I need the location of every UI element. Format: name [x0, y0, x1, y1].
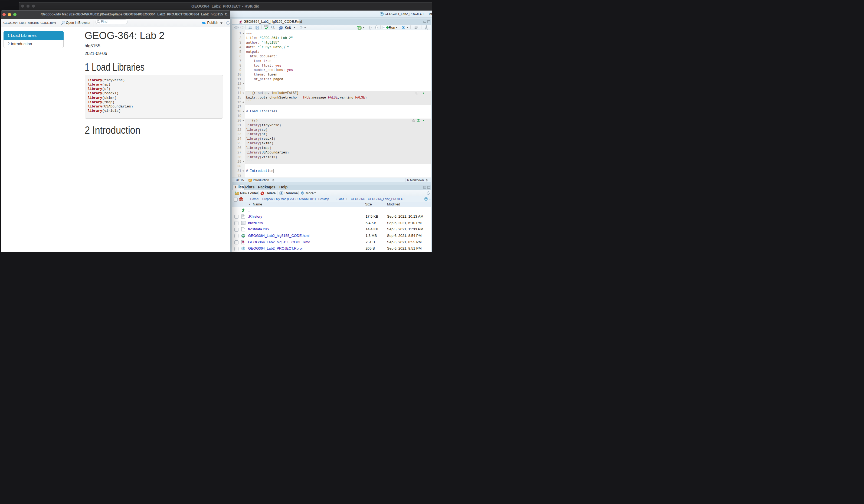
svg-text:Rmd: Rmd	[242, 241, 245, 243]
svg-text:Rmd: Rmd	[239, 21, 242, 23]
svg-text:R: R	[381, 12, 383, 14]
svg-text:R: R	[242, 247, 244, 249]
svg-text:R: R	[425, 197, 427, 200]
svg-text:C: C	[359, 26, 361, 29]
